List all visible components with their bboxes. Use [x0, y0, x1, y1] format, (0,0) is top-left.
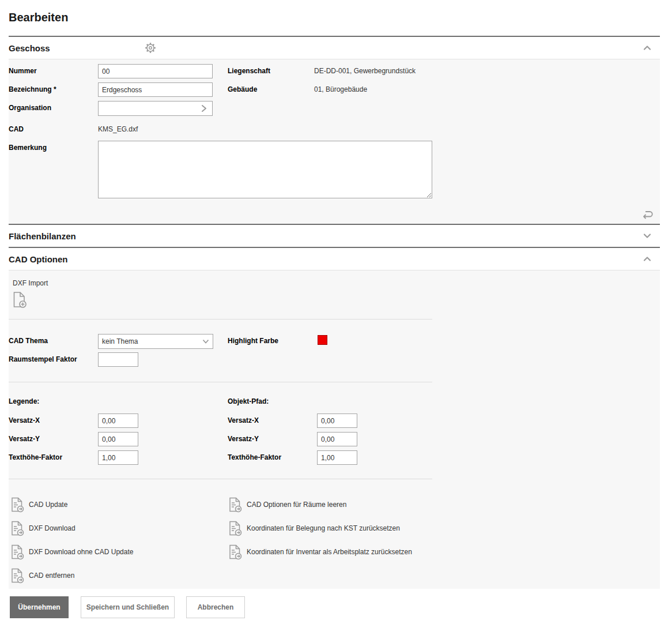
bemerkung-label: Bemerkung: [9, 144, 47, 152]
divider: [9, 479, 432, 479]
section-geschoss: Geschoss Nummer Liegenschaft DE-DD-001, …: [9, 36, 660, 224]
file-export-icon: [10, 567, 25, 584]
legende-title: Legende:: [9, 397, 39, 405]
action-koordinaten-belegung-kst[interactable]: Koordinaten für Belegung nach KST zurück…: [228, 520, 400, 536]
section-flaechenbilanzen: Flächenbilanzen: [9, 224, 660, 247]
legende-versatz-y-input[interactable]: [98, 432, 138, 446]
section-title-cad-optionen: CAD Optionen: [9, 254, 68, 264]
edit-form: Bearbeiten Geschoss Nummer Liegenschaft …: [9, 0, 660, 618]
raumstempel-faktor-label: Raumstempel Faktor: [9, 355, 77, 363]
action-label: CAD Update: [29, 501, 67, 509]
section-header-flaechenbilanzen[interactable]: Flächenbilanzen: [9, 225, 660, 247]
objekt-pfad-versatz-y-input[interactable]: [317, 432, 357, 446]
nummer-label: Nummer: [9, 67, 37, 75]
file-export-icon: [10, 497, 25, 513]
cad-thema-select-wrap: kein Thema: [98, 334, 213, 349]
legende-versatz-y-label: Versatz-Y: [9, 435, 40, 443]
gebaeude-value: 01, Bürogebäude: [314, 85, 367, 93]
action-cad-update[interactable]: CAD Update: [10, 497, 67, 513]
divider: [9, 319, 432, 319]
objekt-pfad-title: Objekt-Pfad:: [228, 397, 269, 405]
raumstempel-faktor-input[interactable]: [98, 352, 138, 367]
legende-versatz-x-input[interactable]: [98, 414, 138, 428]
action-label: DXF Download ohne CAD Update: [29, 548, 133, 556]
file-export-icon: [228, 544, 243, 560]
action-dxf-download[interactable]: DXF Download: [10, 520, 75, 536]
liegenschaft-value: DE-DD-001, Gewerbegrundstück: [314, 67, 416, 75]
bezeichnung-label: Bezeichnung *: [9, 85, 56, 93]
section-body-cad-optionen: DXF Import CAD Thema kein Thema: [9, 270, 660, 589]
chevron-up-icon[interactable]: [642, 254, 652, 264]
action-cad-optionen-raeume-leeren[interactable]: CAD Optionen für Räume leeren: [228, 497, 346, 513]
cad-thema-select[interactable]: kein Thema: [98, 334, 213, 349]
organisation-label: Organisation: [9, 104, 51, 112]
gebaeude-label: Gebäude: [228, 85, 257, 93]
section-body-geschoss: Nummer Liegenschaft DE-DD-001, Gewerbegr…: [9, 59, 660, 224]
section-cad-optionen: CAD Optionen DXF Import CAD Thema kein T…: [9, 247, 660, 589]
file-export-icon: [228, 520, 243, 536]
objekt-pfad-texthoehe-faktor-label: Texthöhe-Faktor: [228, 453, 281, 461]
divider: [9, 382, 432, 382]
chevron-down-icon[interactable]: [642, 231, 652, 241]
bemerkung-textarea[interactable]: [98, 141, 432, 198]
section-header-geschoss[interactable]: Geschoss: [9, 37, 660, 59]
nummer-input[interactable]: [98, 64, 213, 78]
chevron-up-icon[interactable]: [642, 43, 652, 53]
chevron-right-icon[interactable]: [199, 104, 209, 113]
objekt-pfad-versatz-y-label: Versatz-Y: [228, 435, 259, 443]
objekt-pfad-versatz-x-input[interactable]: [317, 414, 357, 428]
section-header-cad-optionen[interactable]: CAD Optionen: [9, 248, 660, 270]
highlight-color-swatch[interactable]: [318, 335, 327, 345]
liegenschaft-label: Liegenschaft: [228, 67, 270, 75]
cad-file-value: KMS_EG.dxf: [98, 125, 138, 133]
legende-texthoehe-faktor-label: Texthöhe-Faktor: [9, 453, 62, 461]
action-label: Koordinaten für Belegung nach KST zurück…: [247, 524, 400, 532]
objekt-pfad-texthoehe-faktor-input[interactable]: [317, 450, 357, 465]
apply-button[interactable]: Übernehmen: [10, 596, 69, 618]
file-export-icon: [228, 497, 243, 513]
cad-label: CAD: [9, 125, 24, 133]
file-export-icon: [10, 520, 25, 536]
dxf-import-label: DXF Import: [13, 279, 48, 287]
action-dxf-download-ohne-cad-update[interactable]: DXF Download ohne CAD Update: [10, 544, 133, 560]
action-label: CAD entfernen: [29, 572, 74, 580]
legende-versatz-x-label: Versatz-X: [9, 416, 40, 424]
save-and-close-button[interactable]: Speichern und Schließen: [81, 596, 175, 618]
page-title: Bearbeiten: [9, 10, 660, 24]
section-title-geschoss: Geschoss: [9, 43, 50, 53]
undo-arrow-icon[interactable]: [640, 207, 655, 222]
file-export-icon: [10, 544, 25, 560]
section-title-flaechenbilanzen: Flächenbilanzen: [9, 231, 76, 241]
organisation-lookup-field[interactable]: [98, 101, 213, 116]
footer-buttons: Übernehmen Speichern und Schließen Abbre…: [10, 596, 660, 618]
highlight-farbe-label: Highlight Farbe: [228, 337, 278, 345]
organisation-input[interactable]: [99, 102, 199, 115]
action-label: DXF Download: [29, 524, 75, 532]
cad-thema-label: CAD Thema: [9, 337, 48, 345]
gear-icon[interactable]: [143, 40, 158, 55]
objekt-pfad-versatz-x-label: Versatz-X: [228, 416, 259, 424]
cancel-button[interactable]: Abbrechen: [186, 596, 245, 618]
action-label: Koordinaten für Inventar als Arbeitsplat…: [247, 548, 412, 556]
action-koordinaten-inventar-arbeitsplatz[interactable]: Koordinaten für Inventar als Arbeitsplat…: [228, 544, 412, 560]
file-plus-icon[interactable]: [12, 291, 28, 309]
action-label: CAD Optionen für Räume leeren: [247, 501, 346, 509]
bezeichnung-input[interactable]: [98, 82, 213, 97]
action-cad-entfernen[interactable]: CAD entfernen: [10, 567, 74, 584]
legende-texthoehe-faktor-input[interactable]: [98, 450, 138, 465]
